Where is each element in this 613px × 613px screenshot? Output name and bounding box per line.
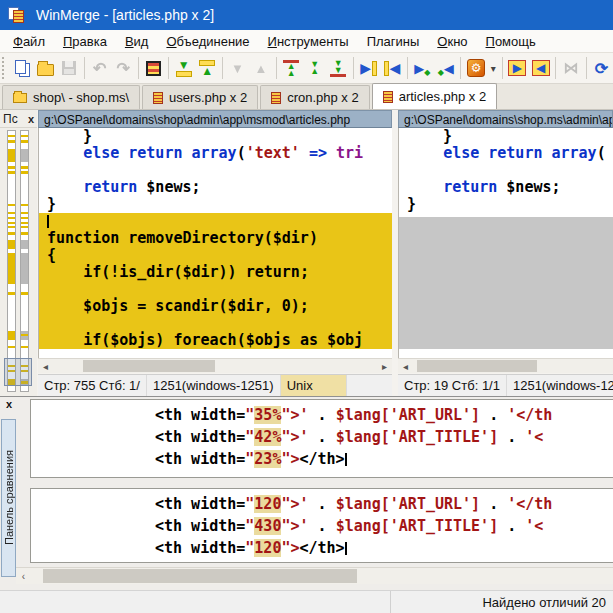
tab-3[interactable]: articles.php x 2 bbox=[372, 83, 497, 109]
compare-line-bottom[interactable]: <th width="120">' . $lang['ART_URL'] . '… bbox=[30, 488, 613, 563]
menu-item-5[interactable]: Плагины bbox=[358, 31, 429, 52]
cur-diff-up-button[interactable] bbox=[249, 55, 272, 81]
scroll-left-arrow-icon[interactable]: ◂ bbox=[398, 361, 413, 372]
swap-panes-icon bbox=[564, 59, 579, 77]
tab-1[interactable]: users.php x 2 bbox=[142, 85, 258, 109]
location-pane-close-icon[interactable]: x bbox=[28, 113, 34, 125]
copy-right-next-icon bbox=[414, 60, 430, 77]
diff-mark bbox=[21, 217, 28, 220]
compare-panel-label: Панель сравнения bbox=[1, 419, 16, 577]
menu-item-2[interactable]: Вид bbox=[116, 31, 158, 52]
code-line: $objs = scandir($dir, 0); bbox=[39, 298, 392, 315]
tab-label: shop\ - shop.ms\ bbox=[33, 90, 129, 105]
code-line bbox=[39, 213, 392, 230]
file-path-header-right[interactable]: g:\OSPanel\domains\shop.ms\admin\ap bbox=[398, 110, 613, 128]
toolbar-gripper[interactable] bbox=[2, 57, 7, 79]
diff-mark bbox=[21, 140, 28, 143]
cur-diff-down-button[interactable] bbox=[226, 55, 249, 81]
code-line: <th width="120">' . $lang['ART_URL'] . '… bbox=[31, 493, 613, 515]
copy-left-next-button[interactable] bbox=[434, 55, 457, 81]
current-diff-button[interactable] bbox=[303, 55, 326, 81]
diff-mark bbox=[8, 166, 15, 169]
tab-0[interactable]: shop\ - shop.ms\ bbox=[2, 85, 140, 109]
scroll-left-arrow-icon[interactable]: ‹ bbox=[16, 571, 31, 582]
hscrollbar-right-pane[interactable]: ◂ bbox=[398, 358, 613, 373]
compare-line-top[interactable]: <th width="35%">' . $lang['ART_URL'] . '… bbox=[30, 399, 613, 478]
code-line: else return array( bbox=[399, 145, 613, 162]
refresh-icon bbox=[595, 59, 608, 78]
window-title: WinMerge - [articles.php x 2] bbox=[36, 7, 214, 23]
file-path-header-left[interactable]: g:\OSPanel\domains\shop\admin\app\msmod\… bbox=[38, 110, 392, 128]
menu-item-7[interactable]: Помощь bbox=[477, 31, 545, 52]
prev-diff-button[interactable] bbox=[195, 55, 218, 81]
location-bar-right[interactable] bbox=[20, 130, 29, 392]
last-diff-button[interactable] bbox=[326, 55, 349, 81]
code-line: <th width="23%"></th> bbox=[31, 448, 613, 470]
toolbar-separator bbox=[502, 57, 503, 79]
diff-mark bbox=[8, 222, 15, 224]
new-file-button[interactable] bbox=[11, 55, 34, 81]
location-viewport-indicator[interactable] bbox=[4, 358, 32, 386]
refresh-button[interactable] bbox=[590, 55, 613, 81]
menu-item-1[interactable]: Правка bbox=[54, 31, 116, 52]
swap-panes-button[interactable] bbox=[559, 55, 582, 81]
scroll-right-arrow-icon[interactable]: ▸ bbox=[377, 361, 392, 372]
winmerge-window: WinMerge - [articles.php x 2] ФайлПравка… bbox=[0, 0, 613, 613]
open-button[interactable] bbox=[34, 55, 57, 81]
code-line: else return array('text' => tri bbox=[39, 145, 392, 162]
hscrollbar-compare-panel[interactable]: ‹ bbox=[16, 567, 613, 584]
menu-bar: ФайлПравкаВидОбъединениеИнструментыПлаги… bbox=[0, 30, 613, 53]
dropdown-arrow-icon[interactable]: ▾ bbox=[488, 63, 499, 74]
next-diff-button[interactable] bbox=[172, 55, 195, 81]
menu-item-6[interactable]: Окно bbox=[428, 31, 476, 52]
scroll-left-arrow-icon[interactable]: ◂ bbox=[38, 361, 53, 372]
copy-right-next-button[interactable] bbox=[411, 55, 434, 81]
current-diff-icon bbox=[307, 61, 323, 75]
diff-count: Найдено отличий 20 bbox=[390, 591, 613, 613]
toolbar-separator bbox=[84, 57, 85, 79]
toolbar-separator bbox=[222, 57, 223, 79]
menu-item-3[interactable]: Объединение bbox=[157, 31, 258, 52]
text-cursor bbox=[345, 542, 347, 555]
copy-left-button[interactable] bbox=[380, 55, 403, 81]
redo-button[interactable] bbox=[111, 55, 134, 81]
cursor-position-right: Стр: 19 Стб: 1/1 bbox=[398, 375, 507, 396]
toolbar-separator bbox=[407, 57, 408, 79]
text-cursor bbox=[47, 215, 49, 228]
location-bar-left[interactable] bbox=[7, 130, 16, 392]
hscrollbar-left-pane[interactable]: ◂ ▸ bbox=[38, 358, 392, 373]
code-editor-left[interactable]: } else return array('text' => tri return… bbox=[38, 128, 392, 358]
scroll-thumb[interactable] bbox=[417, 360, 537, 372]
copy-right-button[interactable] bbox=[357, 55, 380, 81]
diff-context-button[interactable] bbox=[142, 55, 165, 81]
scroll-thumb[interactable] bbox=[43, 569, 357, 583]
diff-mark bbox=[8, 135, 15, 138]
copy-all-right-button[interactable] bbox=[506, 55, 529, 81]
toolbar: ▾ bbox=[0, 53, 613, 84]
compare-panel-close-icon[interactable]: x bbox=[3, 399, 15, 411]
file-icon bbox=[383, 91, 393, 103]
menu-item-4[interactable]: Инструменты bbox=[259, 31, 358, 52]
scroll-thumb[interactable] bbox=[83, 360, 215, 372]
code-editor-right[interactable]: } else return array( return $news;} bbox=[398, 128, 613, 358]
new-file-icon bbox=[15, 60, 26, 74]
undo-button[interactable] bbox=[88, 55, 111, 81]
title-bar[interactable]: WinMerge - [articles.php x 2] bbox=[0, 0, 613, 30]
copy-all-right-icon bbox=[508, 60, 526, 76]
code-line bbox=[39, 281, 392, 298]
first-diff-button[interactable] bbox=[280, 55, 303, 81]
status-bar: Найдено отличий 20 bbox=[0, 590, 613, 613]
diff-mark bbox=[21, 135, 28, 138]
tab-2[interactable]: cron.php x 2 bbox=[260, 85, 370, 109]
toolbar-separator bbox=[586, 57, 587, 79]
copy-all-left-button[interactable] bbox=[529, 55, 552, 81]
diff-mark bbox=[21, 292, 28, 295]
toolbar-separator bbox=[555, 57, 556, 79]
menu-item-0[interactable]: Файл bbox=[4, 31, 54, 52]
last-diff-icon bbox=[330, 60, 346, 77]
diff-mark bbox=[8, 226, 15, 228]
options-button[interactable] bbox=[464, 55, 487, 81]
save-button[interactable] bbox=[58, 55, 81, 81]
diff-mark bbox=[8, 212, 15, 215]
status-bar-right-pane: Стр: 19 Стб: 1/1 1251(windows-1251) bbox=[398, 374, 613, 396]
